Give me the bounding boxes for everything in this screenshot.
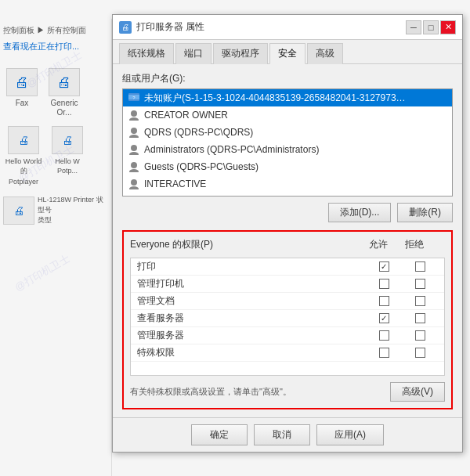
cancel-button[interactable]: 取消 bbox=[254, 424, 310, 445]
svg-point-9 bbox=[131, 162, 137, 168]
perm-deny-view-server-cell[interactable] bbox=[402, 313, 438, 323]
perm-label-manage-server: 管理服务器 bbox=[134, 329, 366, 342]
ok-button[interactable]: 确定 bbox=[191, 424, 248, 445]
tab-security[interactable]: 安全 bbox=[269, 43, 306, 64]
user-name-guests: Guests (QDRS-PC\Guests) bbox=[144, 161, 258, 172]
perm-allow-manage-printer-checkbox[interactable] bbox=[379, 279, 389, 289]
perm-row-special: 特殊权限 bbox=[131, 344, 444, 362]
perm-allow-view-server-cell[interactable] bbox=[366, 313, 402, 323]
perm-allow-view-server-checkbox[interactable] bbox=[379, 313, 389, 323]
perm-allow-print-checkbox[interactable] bbox=[379, 261, 389, 272]
user-item-interactive[interactable]: INTERACTIVE bbox=[123, 175, 452, 193]
col-allow: 允许 bbox=[360, 238, 396, 251]
perm-allow-manage-server-checkbox[interactable] bbox=[379, 330, 389, 341]
perm-allow-manage-docs-checkbox[interactable] bbox=[379, 296, 389, 306]
minimize-button[interactable]: ─ bbox=[406, 20, 421, 34]
remove-button[interactable]: 删除(R) bbox=[397, 203, 453, 222]
user-item-creator[interactable]: CREATOR OWNER bbox=[123, 106, 452, 124]
maximize-button[interactable]: □ bbox=[423, 20, 439, 34]
creator-icon bbox=[128, 109, 140, 121]
perm-deny-special-checkbox[interactable] bbox=[415, 348, 425, 358]
permissions-table[interactable]: 打印 管理打印机 bbox=[130, 258, 445, 376]
title-controls: ─ □ ✕ bbox=[406, 20, 456, 34]
perms-title-label: Everyone 的权限(P) bbox=[130, 238, 213, 253]
perm-deny-manage-printer-checkbox[interactable] bbox=[415, 279, 425, 289]
tab-strip: 纸张规格 端口 驱动程序 安全 高级 bbox=[113, 40, 462, 64]
tab-paper[interactable]: 纸张规格 bbox=[119, 43, 174, 64]
svg-point-6 bbox=[129, 135, 139, 138]
perm-deny-manage-printer-cell[interactable] bbox=[402, 279, 438, 289]
tab-port[interactable]: 端口 bbox=[175, 43, 212, 64]
user-btn-row: 添加(D)... 删除(R) bbox=[122, 203, 453, 222]
perm-checks-special bbox=[366, 348, 441, 358]
breadcrumb-label: 控制面板 ▶ 所有控制面 bbox=[3, 25, 108, 36]
printer-generic: 🖨 GenericOr... bbox=[45, 68, 83, 117]
perm-allow-special-cell[interactable] bbox=[366, 348, 402, 358]
footer-note: 有关特殊权限或高级设置，请单击"高级"。 高级(V) bbox=[130, 382, 445, 402]
title-bar: 🖨 打印服务器 属性 ─ □ ✕ bbox=[113, 15, 462, 40]
content-area: 组或用户名(G): ? 未知账户(S-1-15-3-1024-404483513… bbox=[113, 64, 462, 417]
svg-point-11 bbox=[131, 179, 137, 186]
perm-allow-manage-server-cell[interactable] bbox=[366, 330, 402, 341]
perms-title-row: Everyone 的权限(P) 允许 拒绝 bbox=[130, 238, 445, 253]
tab-advanced[interactable]: 高级 bbox=[307, 43, 343, 64]
col-deny: 拒绝 bbox=[396, 238, 432, 251]
perm-deny-manage-server-checkbox[interactable] bbox=[415, 330, 425, 341]
dialog-title: 打印服务器 属性 bbox=[136, 20, 406, 34]
close-button[interactable]: ✕ bbox=[440, 20, 456, 34]
user-item-qdrs[interactable]: QDRS (QDRS-PC\QDRS) bbox=[123, 124, 452, 141]
perm-checks-view-server bbox=[366, 313, 441, 323]
perm-deny-print-cell[interactable] bbox=[402, 261, 438, 272]
footer-note-text: 有关特殊权限或高级设置，请单击"高级"。 bbox=[130, 386, 291, 398]
svg-point-10 bbox=[129, 169, 139, 172]
perm-allow-manage-docs-cell[interactable] bbox=[366, 296, 402, 306]
user-item-guests[interactable]: Guests (QDRS-PC\Guests) bbox=[123, 158, 452, 175]
printer-hello2: 🖨 Hello WPotp... bbox=[49, 126, 86, 186]
perm-deny-manage-docs-cell[interactable] bbox=[402, 296, 438, 306]
perm-deny-manage-docs-checkbox[interactable] bbox=[415, 296, 425, 306]
perm-row-manage-docs: 管理文档 bbox=[131, 293, 444, 310]
apply-button[interactable]: 应用(A) bbox=[316, 424, 384, 445]
permissions-box: Everyone 的权限(P) 允许 拒绝 打印 bbox=[122, 230, 453, 409]
user-item-admins[interactable]: Administrators (QDRS-PC\Administrators) bbox=[123, 141, 452, 158]
svg-point-3 bbox=[131, 110, 137, 117]
perm-label-print: 打印 bbox=[134, 260, 366, 273]
perm-label-special: 特殊权限 bbox=[134, 346, 366, 359]
user-name-interactive: INTERACTIVE bbox=[144, 178, 206, 189]
perm-deny-view-server-checkbox[interactable] bbox=[415, 313, 425, 323]
perm-deny-special-cell[interactable] bbox=[402, 348, 438, 358]
perm-checks-manage-docs bbox=[366, 296, 441, 306]
users-listbox[interactable]: ? 未知账户(S-1-15-3-1024-4044835139-26584820… bbox=[122, 88, 453, 197]
add-button[interactable]: 添加(D)... bbox=[328, 203, 392, 222]
perm-deny-print-checkbox[interactable] bbox=[415, 261, 425, 272]
admins-icon bbox=[128, 143, 140, 156]
perm-checks-print bbox=[366, 261, 441, 272]
printer-hello: 🖨 Hello World 的Potplayer bbox=[3, 126, 44, 186]
sidebar-link-print[interactable]: 查看现在正在打印... bbox=[3, 41, 108, 52]
svg-point-12 bbox=[129, 186, 139, 189]
user-item-unknown[interactable]: ? 未知账户(S-1-15-3-1024-4044835139-26584820… bbox=[123, 89, 452, 106]
perm-allow-manage-printer-cell[interactable] bbox=[366, 279, 402, 289]
user-name-unknown: 未知账户(S-1-15-3-1024-4044835139-2658482041… bbox=[144, 92, 410, 105]
perm-row-print: 打印 bbox=[131, 258, 444, 276]
perm-row-view-server: 查看服务器 bbox=[131, 310, 444, 327]
perm-checks-manage-printer bbox=[366, 279, 441, 289]
perm-label-manage-printer: 管理打印机 bbox=[134, 277, 366, 290]
perm-label-view-server: 查看服务器 bbox=[134, 312, 366, 325]
svg-point-5 bbox=[131, 128, 137, 134]
perm-allow-special-checkbox[interactable] bbox=[379, 348, 389, 358]
user-name-qdrs: QDRS (QDRS-PC\QDRS) bbox=[144, 127, 253, 138]
perm-deny-manage-server-cell[interactable] bbox=[402, 330, 438, 341]
advanced-button[interactable]: 高级(V) bbox=[390, 382, 445, 402]
svg-point-7 bbox=[131, 145, 137, 151]
unknown-account-icon: ? bbox=[128, 92, 140, 104]
guests-icon bbox=[128, 160, 140, 173]
dialog-icon: 🖨 bbox=[119, 21, 132, 34]
perm-allow-print-cell[interactable] bbox=[366, 261, 402, 272]
printer-fax: 🖨 Fax bbox=[3, 68, 41, 117]
qdrs-icon bbox=[128, 126, 140, 139]
group-label: 组或用户名(G): bbox=[122, 72, 453, 85]
tab-driver[interactable]: 驱动程序 bbox=[213, 43, 268, 64]
printer-hl: 🖨 HL-1218W Printer 状型号类型 bbox=[3, 195, 108, 225]
perm-row-manage-server: 管理服务器 bbox=[131, 327, 444, 344]
